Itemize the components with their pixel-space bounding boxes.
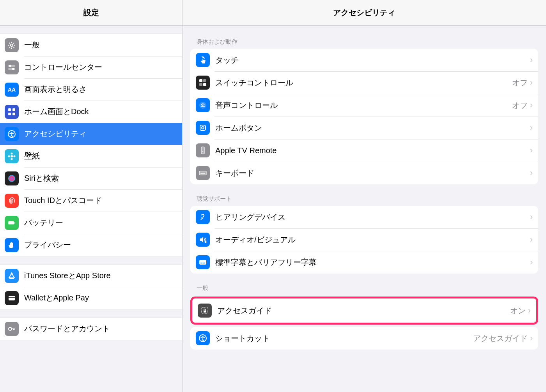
chevron-right-icon: ›	[530, 168, 533, 178]
battery-icon	[5, 216, 19, 230]
sidebar-item-label: プライバシー	[24, 240, 71, 250]
siri-icon	[5, 171, 19, 185]
flower-icon	[5, 149, 19, 163]
row-keyboard[interactable]: キーボード ›	[190, 162, 538, 184]
homeb-icon	[196, 121, 210, 135]
sidebar-item-label: ホーム画面とDock	[24, 106, 89, 117]
sidebar-item-general[interactable]: 一般	[0, 34, 182, 56]
sidebar-group: 一般 コントロールセンター 画面表示と明るさ ホーム画面とDock アクセシビリ…	[0, 34, 182, 256]
sidebar-item-battery[interactable]: バッテリー	[0, 212, 182, 234]
sidebar-title: 設定	[83, 7, 99, 18]
aa-icon	[5, 83, 19, 97]
lockbox-icon	[198, 304, 212, 318]
sidebar-item-label: 画面表示と明るさ	[24, 84, 87, 95]
voice-icon	[196, 98, 210, 112]
hand-icon	[5, 238, 19, 252]
sidebar-item-label: WalletとApple Pay	[24, 293, 89, 303]
row-label: 音声コントロール	[215, 100, 512, 111]
detail-scroll[interactable]: 身体および動作 タッチ › スイッチコントロール オフ › 音声コントロール オ…	[183, 26, 546, 392]
row-label: アクセスガイド	[217, 305, 510, 316]
row-value: オン	[510, 305, 526, 316]
sidebar-item-label: Siriと検索	[24, 173, 59, 184]
sidebar-item-display[interactable]: 画面表示と明るさ	[0, 78, 182, 101]
sidebar-item-label: 壁紙	[24, 151, 40, 161]
row-captions[interactable]: 標準字幕とバリアフリー字幕 ›	[190, 251, 538, 274]
highlighted-row: アクセスガイド オン ›	[190, 297, 538, 325]
sidebar-item-appstore[interactable]: iTunes StoreとApp Store	[0, 265, 182, 287]
row-switch[interactable]: スイッチコントロール オフ ›	[190, 71, 538, 94]
chevron-right-icon: ›	[530, 100, 533, 110]
chevron-right-icon: ›	[530, 212, 533, 222]
sidebar-item-touchid[interactable]: Touch IDとパスコード	[0, 189, 182, 212]
sidebar-item-label: パスワードとアカウント	[24, 323, 110, 334]
row-voice[interactable]: 音声コントロール オフ ›	[190, 94, 538, 117]
switch-icon	[196, 76, 210, 90]
row-label: オーディオ/ビジュアル	[215, 235, 530, 245]
sidebar-item-control[interactable]: コントロールセンター	[0, 56, 182, 78]
key-icon	[5, 322, 19, 336]
row-hearing[interactable]: ヒアリングデバイス ›	[190, 206, 538, 228]
row-audiov[interactable]: オーディオ/ビジュアル ›	[190, 228, 538, 251]
audio-icon	[196, 233, 210, 247]
sidebar-item-label: iTunes StoreとApp Store	[24, 270, 111, 281]
detail-header: アクセシビリティ	[183, 0, 546, 26]
sidebar-group: iTunes StoreとApp Store WalletとApple Pay	[0, 264, 182, 309]
chevron-right-icon: ›	[530, 78, 533, 88]
row-value: オフ	[512, 100, 528, 111]
row-homebtn[interactable]: ホームボタン ›	[190, 117, 538, 139]
sidebar-item-accessibility[interactable]: アクセシビリティ	[0, 123, 182, 145]
sidebar-item-home[interactable]: ホーム画面とDock	[0, 101, 182, 123]
sidebar-item-label: コントロールセンター	[24, 62, 102, 72]
sidebar-item-privacy[interactable]: プライバシー	[0, 234, 182, 256]
sidebar-item-wallet[interactable]: WalletとApple Pay	[0, 287, 182, 309]
wallet-icon	[5, 291, 19, 305]
sidebar: 設定 一般 コントロールセンター 画面表示と明るさ ホーム画面とDock アクセ…	[0, 0, 183, 392]
row-label: ショートカット	[215, 333, 473, 344]
chevron-right-icon: ›	[530, 257, 533, 267]
chevron-right-icon: ›	[530, 123, 533, 133]
settings-card: ショートカット アクセスガイド ›	[190, 327, 538, 350]
sidebar-header: 設定	[0, 0, 182, 26]
grid-icon	[5, 105, 19, 119]
row-label: 標準字幕とバリアフリー字幕	[215, 257, 530, 268]
row-guided[interactable]: アクセスガイド オン ›	[192, 299, 536, 322]
row-touch[interactable]: タッチ ›	[190, 49, 538, 71]
detail-pane: アクセシビリティ 身体および動作 タッチ › スイッチコントロール オフ › 音…	[183, 0, 546, 392]
cc-icon	[196, 255, 210, 269]
touch-icon	[196, 53, 210, 67]
astore-icon	[5, 269, 19, 283]
sidebar-item-label: Touch IDとパスコード	[24, 195, 102, 206]
toggles-icon	[5, 60, 19, 74]
gear-icon	[5, 38, 19, 52]
kbd-icon	[196, 166, 210, 180]
chevron-right-icon: ›	[530, 333, 533, 343]
detail-title: アクセシビリティ	[333, 7, 395, 18]
access-icon	[196, 331, 210, 345]
row-label: キーボード	[215, 168, 530, 178]
row-label: タッチ	[215, 55, 530, 65]
sidebar-group: パスワードとアカウント	[0, 317, 182, 340]
sidebar-item-siri[interactable]: Siriと検索	[0, 167, 182, 189]
section-header: 身体および動作	[190, 26, 538, 49]
row-value: アクセスガイド	[473, 333, 528, 344]
sidebar-groups: 一般 コントロールセンター 画面表示と明るさ ホーム画面とDock アクセシビリ…	[0, 26, 182, 340]
remote-icon	[196, 143, 210, 157]
chevron-right-icon: ›	[530, 235, 533, 245]
row-label: ヒアリングデバイス	[215, 212, 530, 222]
row-label: スイッチコントロール	[215, 78, 512, 88]
sidebar-item-label: アクセシビリティ	[24, 129, 87, 139]
finger-icon	[5, 194, 19, 208]
row-label: ホームボタン	[215, 123, 530, 133]
chevron-right-icon: ›	[530, 145, 533, 155]
section-header: 一般	[190, 274, 538, 295]
sidebar-item-label: バッテリー	[24, 217, 63, 228]
row-shortcut[interactable]: ショートカット アクセスガイド ›	[190, 327, 538, 350]
settings-card: ヒアリングデバイス › オーディオ/ビジュアル › 標準字幕とバリアフリー字幕 …	[190, 206, 538, 274]
section-header: 聴覚サポート	[190, 184, 538, 206]
row-label: Apple TV Remote	[215, 146, 530, 155]
chevron-right-icon: ›	[528, 305, 531, 316]
sidebar-item-wallpaper[interactable]: 壁紙	[0, 145, 182, 167]
ear-icon	[196, 210, 210, 224]
row-appletv[interactable]: Apple TV Remote ›	[190, 139, 538, 162]
sidebar-item-passwords[interactable]: パスワードとアカウント	[0, 318, 182, 340]
